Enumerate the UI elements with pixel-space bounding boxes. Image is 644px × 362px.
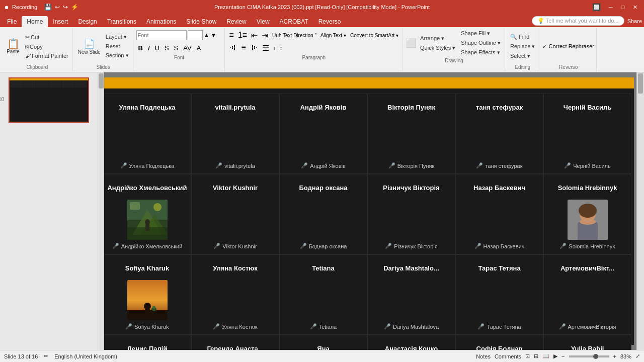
strikethrough-btn[interactable]: S bbox=[163, 44, 171, 52]
tab-file[interactable]: File bbox=[2, 16, 22, 27]
participant-username: 🎤Андрій Яковів bbox=[301, 162, 346, 169]
align-text-btn[interactable]: Align Text ▾ bbox=[319, 32, 348, 39]
increase-indent-btn[interactable]: ⇥ bbox=[260, 30, 270, 41]
quick-access-extra[interactable]: ⚡ bbox=[71, 4, 78, 11]
align-center-btn[interactable]: ≡ bbox=[240, 43, 248, 53]
quick-access-save[interactable]: 💾 bbox=[44, 4, 52, 11]
mic-icon: 🎤 bbox=[564, 162, 571, 169]
fit-slide-btn[interactable]: ⤢ bbox=[635, 353, 640, 359]
minimize-btn[interactable]: ─ bbox=[606, 3, 616, 11]
participant-avatar bbox=[303, 200, 344, 240]
close-btn[interactable]: ✕ bbox=[630, 3, 640, 11]
tell-me-input[interactable]: 💡 Tell me what you want to do... bbox=[532, 16, 624, 26]
zoom-thumb[interactable] bbox=[593, 354, 598, 359]
left-scroll-thumb[interactable] bbox=[99, 73, 104, 88]
share-btn[interactable]: Share bbox=[627, 18, 642, 24]
participant-card: Геренда Анаста...🎤Геренда Анастасія bbox=[191, 335, 279, 350]
font-size-down[interactable]: ▼ bbox=[210, 32, 216, 39]
replace-btn[interactable]: Replace ▾ bbox=[508, 42, 537, 51]
select-btn[interactable]: Select ▾ bbox=[508, 52, 537, 60]
tab-design[interactable]: Design bbox=[73, 16, 102, 27]
format-painter-btn[interactable]: 🖌 Format Painter bbox=[23, 52, 70, 60]
font-size-input[interactable] bbox=[188, 30, 203, 40]
notes-btn[interactable]: Notes bbox=[476, 353, 491, 359]
reset-btn[interactable]: Reset bbox=[104, 42, 131, 50]
right-sidebar[interactable] bbox=[636, 72, 644, 350]
tab-reverso[interactable]: Reverso bbox=[313, 16, 346, 27]
bold-btn[interactable]: B bbox=[136, 44, 145, 52]
text-direction-btn[interactable]: Uuh Text Direction " bbox=[271, 32, 318, 39]
bullets-btn[interactable]: ≡ bbox=[228, 30, 235, 40]
quick-styles-btn[interactable]: Quick Styles ▾ bbox=[418, 44, 457, 52]
tab-animations[interactable]: Animations bbox=[141, 16, 181, 27]
col-btn[interactable]: ⫿ bbox=[272, 45, 277, 51]
font-size-up[interactable]: ▲ bbox=[204, 32, 210, 39]
participant-name: Різничук Вікторія bbox=[383, 178, 439, 197]
participant-avatar bbox=[568, 280, 608, 320]
mic-icon: 🎤 bbox=[112, 243, 119, 249]
underline-btn[interactable]: U bbox=[153, 44, 162, 52]
shape-outline-btn[interactable]: Shape Outline ▾ bbox=[459, 39, 503, 47]
layout-btn[interactable]: Layout ▾ bbox=[104, 33, 131, 41]
copy-btn[interactable]: ⎘ Copy bbox=[23, 43, 70, 51]
shape-fill-btn[interactable]: Shape Fill ▾ bbox=[459, 29, 503, 38]
tab-acrobat[interactable]: ACROBAT bbox=[275, 16, 313, 27]
svg-point-20 bbox=[152, 306, 155, 309]
left-scrollbar[interactable] bbox=[98, 72, 104, 350]
zoom-slider[interactable] bbox=[569, 355, 609, 357]
cut-btn[interactable]: ✂ Cut bbox=[23, 33, 70, 42]
justify-btn[interactable]: ☰ bbox=[261, 43, 271, 53]
slideshow-btn[interactable]: ▶ bbox=[553, 353, 557, 359]
collapse-btn[interactable]: 🔲 bbox=[589, 3, 604, 11]
tab-review[interactable]: Review bbox=[221, 16, 251, 27]
shape-effects-btn[interactable]: Shape Effects ▾ bbox=[459, 48, 503, 57]
recording-dot: ⏺ bbox=[4, 5, 9, 10]
section-btn[interactable]: Section ▾ bbox=[104, 51, 131, 60]
mic-icon: 🎤 bbox=[213, 243, 220, 249]
font-color-btn[interactable]: A bbox=[195, 44, 203, 52]
font-family-input[interactable] bbox=[136, 30, 187, 40]
arrange-btn[interactable]: Arrange ▾ bbox=[418, 34, 457, 43]
line-spacing-btn[interactable]: ↕ bbox=[278, 45, 284, 51]
slide-thumbnail[interactable] bbox=[9, 77, 89, 123]
participant-name: Боднар оксана bbox=[299, 178, 348, 197]
shapes-btn[interactable]: ⬜ bbox=[406, 38, 417, 49]
participant-name: Андрій Яковів bbox=[300, 98, 347, 116]
tab-slideshow[interactable]: Slide Show bbox=[181, 16, 221, 27]
normal-view-btn[interactable]: ⊡ bbox=[525, 353, 530, 359]
tab-view[interactable]: View bbox=[252, 16, 275, 27]
align-right-btn[interactable]: ⫸ bbox=[249, 43, 260, 53]
italic-btn[interactable]: I bbox=[146, 44, 152, 52]
tab-transitions[interactable]: Transitions bbox=[102, 16, 141, 27]
zoom-out-btn[interactable]: − bbox=[561, 353, 565, 359]
new-slide-btn[interactable]: 📄 New Slide bbox=[76, 37, 103, 56]
char-spacing-btn[interactable]: AV bbox=[181, 44, 193, 52]
quick-access-undo[interactable]: ↩ bbox=[55, 4, 60, 11]
reading-view-btn[interactable]: 📖 bbox=[542, 353, 549, 359]
comments-btn[interactable]: Comments bbox=[495, 353, 521, 359]
right-scroll-thumb[interactable] bbox=[638, 73, 643, 94]
correct-btn[interactable]: ✓ Correct Rephraser bbox=[542, 43, 594, 50]
numbering-btn[interactable]: 1≡ bbox=[236, 30, 249, 40]
zoom-in-btn[interactable]: + bbox=[613, 353, 616, 359]
format-painter-icon: 🖌 bbox=[25, 53, 31, 59]
tab-insert[interactable]: Insert bbox=[48, 16, 73, 27]
participant-name: Яна bbox=[317, 339, 329, 350]
participant-name: Solomia Hrebinnyk bbox=[558, 178, 617, 197]
find-btn[interactable]: 🔍 Find bbox=[508, 33, 537, 41]
ribbon-group-slides: 📄 New Slide Layout ▾ Reset Section ▾ Sli… bbox=[74, 28, 133, 71]
align-left-btn[interactable]: ⫷ bbox=[228, 43, 239, 53]
shadow-btn[interactable]: S bbox=[172, 44, 181, 52]
paste-btn[interactable]: 📋 Paste bbox=[4, 38, 22, 55]
participant-name: Tetiana bbox=[312, 259, 335, 277]
mic-icon: 🎤 bbox=[476, 162, 483, 169]
decrease-indent-btn[interactable]: ⇤ bbox=[250, 30, 259, 41]
participant-username: 🎤Уляна Костюк bbox=[213, 323, 257, 330]
tab-home[interactable]: Home bbox=[22, 16, 48, 27]
convert-smartart-btn[interactable]: Convert to SmartArt ▾ bbox=[349, 32, 400, 39]
quick-access-redo[interactable]: ↪ bbox=[63, 4, 68, 11]
zoom-level[interactable]: 83% bbox=[620, 353, 631, 359]
slide-sorter-btn[interactable]: ⊞ bbox=[534, 353, 538, 359]
maximize-btn[interactable]: □ bbox=[618, 3, 628, 11]
participant-name: Назар Баскевич bbox=[473, 178, 525, 197]
